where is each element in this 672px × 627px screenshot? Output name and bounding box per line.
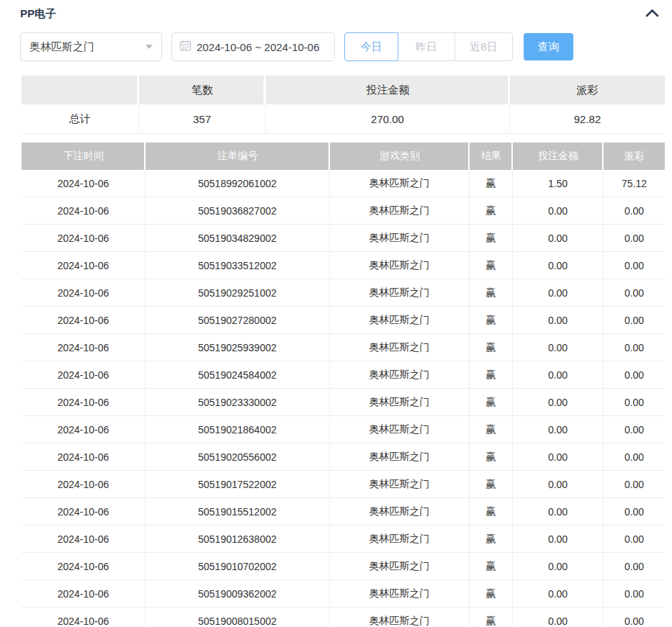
- cell-bet-amount: 1.50: [513, 170, 604, 197]
- table-row: 2024-10-06 50519029251002 奥林匹斯之门 赢 0.00 …: [22, 279, 665, 307]
- table-row: 2024-10-06 50519008015002 奥林匹斯之门 赢 0.00 …: [22, 608, 665, 627]
- summary-total-count: 357: [139, 104, 266, 134]
- cell-result: 赢: [470, 361, 513, 389]
- game-select[interactable]: 奥林匹斯之门: [20, 32, 162, 61]
- cell-bet-time: 2024-10-06: [22, 553, 145, 580]
- cell-bet-time: 2024-10-06: [22, 279, 145, 307]
- cell-payout: 0.00: [604, 525, 665, 553]
- cell-result: 赢: [470, 197, 513, 225]
- today-button[interactable]: 今日: [344, 32, 398, 61]
- cell-bet-amount: 0.00: [513, 361, 604, 389]
- cell-bet-id: 50519009362002: [145, 580, 330, 608]
- cell-bet-id: 50519023330002: [145, 389, 330, 416]
- cell-bet-id: 50519034829002: [145, 225, 330, 252]
- cell-bet-amount: 0.00: [513, 416, 604, 443]
- cell-game-type: 奥林匹斯之门: [330, 416, 470, 443]
- cell-result: 赢: [470, 553, 513, 580]
- cell-game-type: 奥林匹斯之门: [330, 471, 470, 498]
- table-row: 2024-10-06 50519033512002 奥林匹斯之门 赢 0.00 …: [22, 252, 665, 279]
- last-8-days-button[interactable]: 近8日: [454, 32, 513, 61]
- cell-bet-time: 2024-10-06: [22, 225, 145, 252]
- cell-result: 赢: [470, 307, 513, 334]
- cell-bet-time: 2024-10-06: [22, 525, 145, 553]
- chevron-up-icon: [645, 9, 659, 19]
- cell-payout: 0.00: [604, 279, 665, 307]
- table-row: 2024-10-06 50519024584002 奥林匹斯之门 赢 0.00 …: [22, 361, 665, 389]
- cell-result: 赢: [470, 389, 513, 416]
- cell-bet-amount: 0.00: [513, 307, 604, 334]
- date-range-value: 2024-10-06 ~ 2024-10-06: [197, 41, 320, 53]
- summary-col-blank: [22, 76, 139, 104]
- cell-bet-amount: 0.00: [513, 471, 604, 498]
- cell-result: 赢: [470, 525, 513, 553]
- cell-game-type: 奥林匹斯之门: [330, 553, 470, 580]
- table-row: 2024-10-06 50519034829002 奥林匹斯之门 赢 0.00 …: [22, 225, 665, 252]
- summary-total-row: 总计 357 270.00 92.82: [22, 104, 665, 134]
- summary-total-payout: 92.82: [510, 104, 665, 134]
- cell-payout: 0.00: [604, 580, 665, 608]
- col-game-type: 游戏类别: [330, 143, 470, 170]
- filter-bar: 奥林匹斯之门 2024-10-06 ~ 2024-10-06 今日 昨日 近8日…: [20, 32, 665, 61]
- cell-bet-id: 50519024584002: [145, 361, 330, 389]
- section-header: PP电子: [0, 0, 672, 21]
- cell-game-type: 奥林匹斯之门: [330, 334, 470, 361]
- cell-result: 赢: [470, 252, 513, 279]
- cell-bet-id: 50519021864002: [145, 416, 330, 443]
- summary-table-header: 笔数 投注金额 派彩: [22, 76, 665, 104]
- cell-bet-time: 2024-10-06: [22, 389, 145, 416]
- table-row: 2024-10-06 50519012638002 奥林匹斯之门 赢 0.00 …: [22, 525, 665, 553]
- collapse-section-button[interactable]: [644, 7, 660, 21]
- cell-bet-id: 50519036827002: [145, 197, 330, 225]
- cell-payout: 0.00: [604, 416, 665, 443]
- calendar-icon: [179, 40, 192, 55]
- cell-payout: 0.00: [604, 334, 665, 361]
- cell-bet-amount: 0.00: [513, 443, 604, 471]
- table-row: 2024-10-06 50519021864002 奥林匹斯之门 赢 0.00 …: [22, 416, 665, 443]
- cell-bet-time: 2024-10-06: [22, 307, 145, 334]
- cell-bet-id: 50519015512002: [145, 498, 330, 525]
- table-row: 2024-10-06 50519036827002 奥林匹斯之门 赢 0.00 …: [22, 197, 665, 225]
- cell-bet-amount: 0.00: [513, 197, 604, 225]
- col-bet-time: 下注时间: [22, 143, 145, 170]
- summary-col-bet-amount: 投注金额: [266, 76, 510, 104]
- cell-payout: 75.12: [604, 170, 665, 197]
- cell-result: 赢: [470, 334, 513, 361]
- yesterday-button[interactable]: 昨日: [398, 32, 455, 61]
- cell-result: 赢: [470, 580, 513, 608]
- cell-payout: 0.00: [604, 307, 665, 334]
- cell-bet-amount: 0.00: [513, 580, 604, 608]
- cell-bet-amount: 0.00: [513, 525, 604, 553]
- cell-result: 赢: [470, 225, 513, 252]
- cell-payout: 0.00: [604, 608, 665, 627]
- cell-bet-id: 50519010702002: [145, 553, 330, 580]
- table-row: 2024-10-06 50519023330002 奥林匹斯之门 赢 0.00 …: [22, 389, 665, 416]
- cell-payout: 0.00: [604, 197, 665, 225]
- quick-date-button-group: 今日 昨日 近8日: [344, 32, 513, 61]
- cell-payout: 0.00: [604, 389, 665, 416]
- table-row: 2024-10-06 50518992061002 奥林匹斯之门 赢 1.50 …: [22, 170, 665, 197]
- cell-bet-id: 50519017522002: [145, 471, 330, 498]
- table-row: 2024-10-06 50519009362002 奥林匹斯之门 赢 0.00 …: [22, 580, 665, 608]
- cell-result: 赢: [470, 170, 513, 197]
- cell-bet-time: 2024-10-06: [22, 361, 145, 389]
- date-range-input[interactable]: 2024-10-06 ~ 2024-10-06: [171, 32, 335, 61]
- cell-bet-id: 50519027280002: [145, 307, 330, 334]
- cell-result: 赢: [470, 279, 513, 307]
- cell-bet-amount: 0.00: [513, 334, 604, 361]
- cell-bet-amount: 0.00: [513, 279, 604, 307]
- bet-table-header: 下注时间 注单编号 游戏类别 结果 投注金额 派彩: [22, 143, 665, 170]
- cell-result: 赢: [470, 498, 513, 525]
- cell-result: 赢: [470, 608, 513, 627]
- cell-game-type: 奥林匹斯之门: [330, 225, 470, 252]
- cell-payout: 0.00: [604, 553, 665, 580]
- cell-result: 赢: [470, 443, 513, 471]
- cell-bet-time: 2024-10-06: [22, 443, 145, 471]
- cell-bet-id: 50519033512002: [145, 252, 330, 279]
- search-button[interactable]: 查询: [524, 33, 573, 60]
- table-row: 2024-10-06 50519020556002 奥林匹斯之门 赢 0.00 …: [22, 443, 665, 471]
- cell-bet-amount: 0.00: [513, 608, 604, 627]
- cell-result: 赢: [470, 471, 513, 498]
- cell-game-type: 奥林匹斯之门: [330, 361, 470, 389]
- cell-bet-amount: 0.00: [513, 498, 604, 525]
- col-payout: 派彩: [604, 143, 665, 170]
